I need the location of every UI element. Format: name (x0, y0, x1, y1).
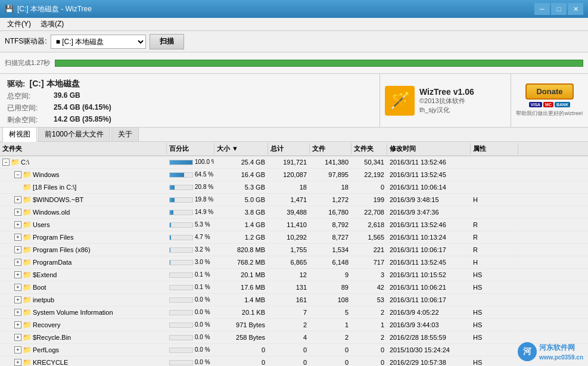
table-row[interactable]: + 📁 ProgramData 3.0 % 768.2 MB 6,865 6,1… (0, 256, 588, 269)
folder-icon: 📁 (23, 345, 32, 355)
tab-tree-view[interactable]: 树视图 (2, 127, 37, 142)
menu-file[interactable]: 文件(Y) (2, 18, 36, 30)
donate-area: Donate VISA MC BANK 帮助我们做出更好的wiztree! (511, 74, 588, 127)
table-row[interactable]: + 📁 System Volume Information 0.0 % 20.1… (0, 306, 588, 319)
percent-cell: 0.0 % (167, 319, 214, 331)
table-row[interactable]: + 📁 $Extend 0.1 % 20.1 MB 12 9 3 2016/3/… (0, 269, 588, 281)
tree-expander[interactable]: + (14, 196, 21, 203)
modified-cell: 2016/2/29 10:57:38 (387, 356, 471, 366)
percent-bar-bg (169, 260, 193, 265)
table-row[interactable]: + 📁 Boot 0.1 % 17.6 MB 131 89 42 2016/3/… (0, 281, 588, 294)
size-cell: 1.2 GB (214, 231, 268, 243)
table-row[interactable]: − 📁 Windows 64.5 % 16.4 GB 120,087 97,89… (0, 169, 588, 181)
table-row[interactable]: + 📁 inetpub 0.0 % 1.4 MB 161 108 53 2016… (0, 294, 588, 306)
col-modified[interactable]: 修改时间 (387, 143, 471, 154)
percent-cell: 3.0 % (167, 256, 214, 268)
percent-bar-bg (169, 185, 193, 190)
brand-copy: ©2013抗体软件 (419, 97, 474, 106)
header-info: 驱动: [C:] 本地磁盘 总空间: 39.6 GB 已用空间: 25.4 GB… (0, 74, 588, 128)
percent-cell: 0.1 % (167, 269, 214, 281)
folder-name: inetpub (33, 294, 54, 305)
size-cell: 0 (214, 344, 268, 356)
table-row[interactable]: + 📁 Program Files 4.7 % 1.2 GB 10,292 8,… (0, 231, 588, 244)
folder-name: PerfLogs (33, 345, 59, 355)
percent-value: 5.3 % (195, 219, 210, 230)
col-attr[interactable]: 属性 (471, 143, 518, 154)
tree-expander[interactable]: + (14, 209, 21, 216)
percent-value: 0.1 % (195, 269, 210, 280)
maximize-button[interactable]: □ (551, 3, 567, 15)
col-folder[interactable]: 文件夹 (0, 143, 167, 154)
donate-button[interactable]: Donate (525, 83, 573, 100)
modified-cell: 2016/3/11 10:06:17 (387, 294, 471, 306)
percent-bar-fill (170, 260, 170, 265)
table-row[interactable]: + 📁 PerfLogs 0.0 % 0 0 0 0 2015/10/30 15… (0, 344, 588, 356)
attr-cell (471, 169, 518, 181)
tab-top-files[interactable]: 前1000个最大文件 (38, 127, 110, 141)
folder-icon: 📁 (23, 232, 32, 243)
table-row[interactable]: + 📁 Program Files (x86) 3.2 % 820.8 MB 1… (0, 244, 588, 256)
drive-selector[interactable]: ■ [C:] 本地磁盘 (51, 35, 146, 49)
col-folders[interactable]: 文件夹 (351, 143, 387, 154)
total-cell: 11,410 (268, 219, 310, 231)
table-row[interactable]: + 📁 Recovery 0.0 % 971 Bytes 2 1 1 2016/… (0, 319, 588, 331)
files-cell: 6,148 (310, 256, 351, 268)
col-files[interactable]: 文件 (310, 143, 351, 154)
col-percent[interactable]: 百分比 (167, 143, 214, 154)
folder-name: $WINDOWS.~BT (33, 194, 83, 205)
table-row[interactable]: + 📁 $Recycle.Bin 0.0 % 258 Bytes 4 2 2 2… (0, 331, 588, 344)
donate-sub-text: 帮助我们做出更好的wiztree! (516, 110, 583, 117)
scan-button[interactable]: 扫描 (150, 34, 184, 49)
percent-value: 0.1 % (195, 282, 210, 293)
menu-options[interactable]: 选项(Z) (36, 18, 69, 30)
percent-value: 0.0 % (195, 294, 210, 305)
tree-expander[interactable]: + (14, 359, 21, 366)
total-space-row: 总空间: 39.6 GB (7, 91, 372, 101)
attr-cell: H (471, 194, 518, 206)
window-controls: ─ □ ✕ (534, 3, 583, 15)
files-cell: 16,780 (310, 206, 351, 218)
folder-name: Windows (33, 169, 60, 180)
scan-progress-row: 扫描完成1.27秒 (0, 52, 588, 74)
modified-cell: 2016/3/9 3:48:15 (387, 194, 471, 206)
table-row[interactable]: 📁 [18 Files in C:\] 20.8 % 5.3 GB 18 18 … (0, 181, 588, 194)
percent-bar-bg (169, 210, 193, 215)
table-row[interactable]: + 📁 $WINDOWS.~BT 19.8 % 5.0 GB 1,471 1,2… (0, 194, 588, 206)
table-row[interactable]: − 📁 C:\ 100.0 % 25.4 GB 191,721 141,380 … (0, 156, 588, 169)
col-size[interactable]: 大小 ▼ (214, 143, 268, 154)
tree-expander[interactable]: + (14, 346, 21, 353)
modified-cell: 2015/10/30 15:24:24 (387, 344, 471, 356)
folders-cell: 3 (351, 269, 387, 281)
percent-bar-bg (169, 335, 193, 340)
tree-expander[interactable]: + (14, 284, 21, 291)
tab-about[interactable]: 关于 (111, 127, 139, 141)
tree-expander[interactable]: + (14, 334, 21, 341)
folder-name: Windows.old (33, 207, 70, 218)
col-total[interactable]: 总计 (268, 143, 310, 154)
percent-bar-fill (170, 173, 184, 177)
minimize-button[interactable]: ─ (534, 3, 550, 15)
table-header: 文件夹 百分比 大小 ▼ 总计 文件 文件夹 修改时间 属性 (0, 142, 588, 156)
tree-expander[interactable]: + (14, 234, 21, 241)
percent-value: 14.9 % (195, 207, 213, 218)
tree-expander[interactable]: + (14, 296, 21, 303)
modified-cell: 2016/2/28 18:55:59 (387, 331, 471, 343)
tree-expander[interactable]: + (14, 221, 21, 228)
table-row[interactable]: + 📁 Users 5.3 % 1.4 GB 11,410 8,792 2,61… (0, 219, 588, 231)
tree-expander[interactable]: + (14, 271, 21, 278)
tree-expander[interactable]: + (14, 321, 21, 328)
folders-cell: 22,708 (351, 206, 387, 218)
size-cell: 1.4 MB (214, 294, 268, 306)
tree-expander[interactable]: − (2, 159, 10, 166)
table-row[interactable]: + 📁 Windows.old 14.9 % 3.8 GB 39,488 16,… (0, 206, 588, 219)
tree-expander[interactable]: + (14, 259, 21, 266)
table-row[interactable]: + 📁 KRECYCLE 0.0 % 0 0 0 0 2016/2/29 10:… (0, 356, 588, 366)
tree-expander[interactable]: + (14, 246, 21, 253)
attr-cell: HS (471, 281, 518, 293)
tree-expander[interactable]: − (14, 171, 21, 178)
folder-name: $Recycle.Bin (33, 332, 71, 343)
tree-expander[interactable]: + (14, 309, 21, 316)
percent-cell: 64.5 % (167, 169, 214, 181)
close-button[interactable]: ✕ (568, 3, 583, 15)
percent-cell: 3.2 % (167, 244, 214, 256)
